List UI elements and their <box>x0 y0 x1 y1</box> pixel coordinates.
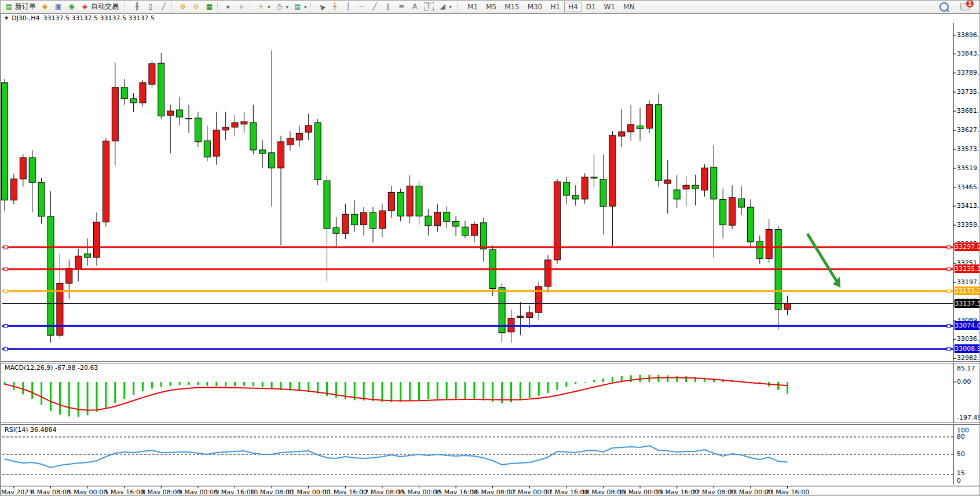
cursor-icon: ▲ <box>316 1 328 13</box>
macd-histogram-bar <box>22 382 24 394</box>
line-handle[interactable] <box>947 347 950 351</box>
macd-histogram-bar <box>363 382 365 401</box>
notifications-button[interactable]: 1 <box>958 2 972 11</box>
candlestick-chart-button[interactable]: ▯ <box>144 2 157 12</box>
auto-scroll-button[interactable]: ▸ <box>222 2 235 12</box>
alert-button[interactable]: ◆ <box>38 2 52 12</box>
candle-body <box>278 142 284 168</box>
price-tick-label: 33681.5 <box>957 107 980 115</box>
candle-body <box>646 105 653 128</box>
periods-clock-button[interactable]: ◷▾ <box>273 2 291 12</box>
line-handle[interactable] <box>947 324 950 328</box>
crosshair-icon: ┼ <box>331 2 339 11</box>
candle-body <box>167 111 174 115</box>
crosshair-button[interactable]: ┼ <box>328 2 342 12</box>
tile-windows-button[interactable]: ▦ <box>203 2 216 12</box>
line-handle[interactable] <box>4 289 8 293</box>
candle-body <box>508 318 514 332</box>
candle-body <box>664 180 671 183</box>
macd-histogram-bar <box>409 382 411 401</box>
candle-body <box>269 153 275 168</box>
candle-body <box>296 133 302 140</box>
candle-body <box>784 304 791 310</box>
candle-body <box>20 157 26 179</box>
timeframe-button-h1[interactable]: H1 <box>546 2 564 12</box>
trendline-button[interactable]: ╱ <box>368 2 382 12</box>
bar-chart-button[interactable]: ╫ <box>130 2 144 12</box>
timeframe-button-m1[interactable]: M1 <box>463 2 482 12</box>
macd-histogram-bar <box>308 382 309 392</box>
timeframe-button-m15[interactable]: M15 <box>500 2 524 12</box>
macd-min-label: -197.49 <box>957 414 980 421</box>
candle-body <box>66 269 72 284</box>
price-badge: 33137.5 <box>955 299 980 308</box>
price-badge: 33008.9 <box>955 344 980 353</box>
timeframe-button-w1[interactable]: W1 <box>600 2 620 12</box>
rsi-label: RSI(14) 36.4864 <box>5 426 56 433</box>
candle-body <box>130 98 137 102</box>
new-order-button[interactable]: ▤ 新订单 <box>2 1 38 12</box>
templates-button[interactable]: ▤▾ <box>291 2 309 12</box>
macd-histogram-bar <box>78 382 79 417</box>
candle-body <box>85 254 91 258</box>
zoom-in-button[interactable]: ⊕ <box>176 2 189 12</box>
timeframe-button-h4[interactable]: H4 <box>564 2 582 12</box>
toolbar-separator <box>310 2 314 12</box>
timeframe-button-m30[interactable]: M30 <box>524 2 547 12</box>
channel-button[interactable]: ∥ <box>382 2 395 12</box>
text-button[interactable]: A <box>408 2 422 12</box>
notification-badge: 1 <box>966 0 974 8</box>
candle-body <box>683 185 689 189</box>
macd-histogram-bar <box>777 382 779 390</box>
candle-body <box>397 192 404 216</box>
candle-body <box>619 132 625 136</box>
rsi-pane-separator[interactable] <box>1 422 980 425</box>
line-handle[interactable] <box>947 245 950 249</box>
toolbar-separator <box>457 2 460 12</box>
timeframe-button-mn[interactable]: MN <box>619 2 638 12</box>
line-handle[interactable] <box>947 289 950 293</box>
price-badge: 33074.0 <box>955 321 980 330</box>
macd-histogram-bar <box>142 382 144 391</box>
toolbar-separator <box>217 2 221 12</box>
line-handle[interactable] <box>4 245 8 249</box>
zoom-out-button[interactable]: ⊖ <box>189 2 203 12</box>
macd-histogram-bar <box>41 382 42 405</box>
vertical-line-button[interactable]: │ <box>342 2 355 12</box>
candle-body <box>112 87 118 141</box>
macd-histogram-bar <box>59 382 61 414</box>
auto-trading-button[interactable]: ◈ 自动交易 <box>78 1 121 12</box>
dropdown-caret-icon: ▾ <box>268 4 270 10</box>
line-handle[interactable] <box>947 267 950 271</box>
macd-histogram-bar <box>197 382 199 385</box>
arrow-annotation[interactable] <box>807 234 836 281</box>
timeframe-button-d1[interactable]: D1 <box>582 2 600 12</box>
candle-body <box>738 199 745 207</box>
candle-body <box>407 186 413 216</box>
macd-histogram-bar <box>575 382 576 384</box>
tile-windows-icon: ▦ <box>205 2 214 11</box>
candle-body <box>370 212 376 229</box>
indicators-add-button[interactable]: +▾ <box>254 2 273 12</box>
macd-pane-separator[interactable] <box>1 361 980 363</box>
line-handle[interactable] <box>4 267 8 271</box>
line-handle[interactable] <box>4 347 8 351</box>
line-chart-button[interactable]: ╱ <box>157 2 170 12</box>
chart-shift-button[interactable]: ▹ <box>235 2 248 12</box>
macd-histogram-bar <box>390 382 392 402</box>
candle-body <box>462 227 469 236</box>
search-button[interactable] <box>937 2 951 12</box>
timeframe-button-m5[interactable]: M5 <box>482 2 500 12</box>
main-toolbar: ▤ 新订单 ◆ ▣ ◉ ◈ 自动交易 ╫▯╱⊕⊖▦▸▹+▾◷▾▤▾▲┼│─╱∥≡… <box>1 1 980 13</box>
text-label-button[interactable]: T <box>422 2 436 12</box>
arrows-button[interactable]: ◢▾ <box>436 2 455 12</box>
fibonacci-button[interactable]: ≡ <box>395 2 408 12</box>
line-handle[interactable] <box>4 324 8 328</box>
macd-histogram-bar <box>630 375 632 382</box>
metaeditor-button[interactable]: ▣ <box>52 2 65 12</box>
candle-body <box>609 135 616 206</box>
text-icon: A <box>411 2 419 11</box>
cursor-button[interactable]: ▲ <box>315 2 328 12</box>
horizontal-line-button[interactable]: ─ <box>355 2 368 12</box>
signals-button[interactable]: ◉ <box>65 2 78 12</box>
